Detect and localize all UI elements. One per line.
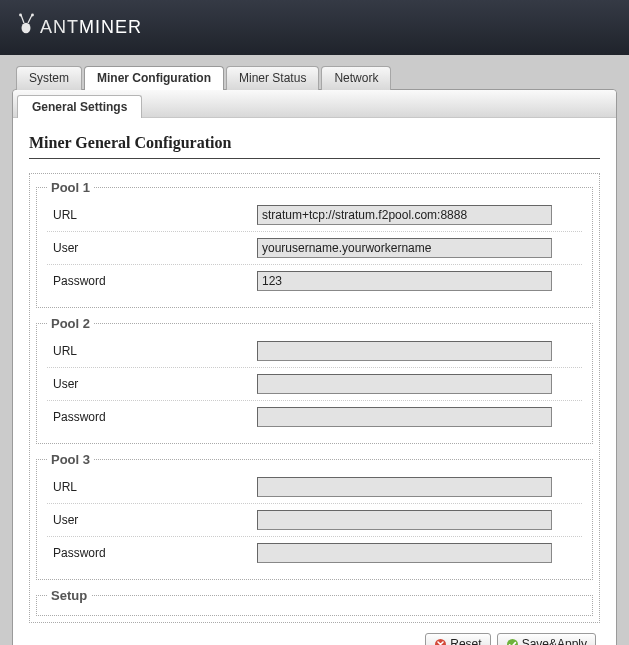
svg-point-0 (19, 13, 22, 16)
svg-point-1 (31, 13, 34, 16)
pool-3-password-row: Password (47, 537, 582, 569)
pool-2-url-label: URL (47, 344, 257, 358)
pool-1-user-input[interactable] (257, 238, 552, 258)
pool-1-user-row: User (47, 232, 582, 265)
pool-3-user-row: User (47, 504, 582, 537)
check-icon (506, 638, 519, 646)
tab-miner-status[interactable]: Miner Status (226, 66, 319, 90)
main-area: System Miner Configuration Miner Status … (0, 55, 629, 645)
pool-2-password-row: Password (47, 401, 582, 433)
pool-3-user-label: User (47, 513, 257, 527)
pool-2-legend: Pool 2 (47, 316, 94, 331)
page-title: Miner General Configuration (29, 134, 600, 159)
pool-3: Pool 3 URL User Password (36, 452, 593, 580)
logo: ANTMINER (16, 13, 142, 43)
pool-2-url-input[interactable] (257, 341, 552, 361)
pool-2-password-label: Password (47, 410, 257, 424)
pool-1-legend: Pool 1 (47, 180, 94, 195)
pool-2-password-input[interactable] (257, 407, 552, 427)
svg-point-4 (507, 639, 518, 646)
pool-2: Pool 2 URL User Password (36, 316, 593, 444)
reset-button[interactable]: Reset (425, 633, 490, 645)
cancel-icon (434, 638, 447, 646)
panel: General Settings Miner General Configura… (12, 89, 617, 645)
pool-1-url-row: URL (47, 199, 582, 232)
tab-system[interactable]: System (16, 66, 82, 90)
pool-1-user-label: User (47, 241, 257, 255)
pool-1-url-input[interactable] (257, 205, 552, 225)
setup-legend: Setup (47, 588, 91, 603)
pool-3-legend: Pool 3 (47, 452, 94, 467)
ant-icon (16, 13, 38, 43)
pool-3-password-input[interactable] (257, 543, 552, 563)
pool-3-url-row: URL (47, 471, 582, 504)
subtab-strip: General Settings (13, 90, 616, 118)
main-tabs: System Miner Configuration Miner Status … (16, 65, 617, 89)
svg-point-2 (22, 22, 31, 32)
pool-3-url-label: URL (47, 480, 257, 494)
reset-label: Reset (450, 637, 481, 645)
save-apply-button[interactable]: Save&Apply (497, 633, 596, 645)
pool-2-user-label: User (47, 377, 257, 391)
pool-1-password-input[interactable] (257, 271, 552, 291)
pool-1-password-row: Password (47, 265, 582, 297)
tab-miner-configuration[interactable]: Miner Configuration (84, 66, 224, 90)
content: Miner General Configuration Pool 1 URL U… (13, 118, 616, 645)
save-apply-label: Save&Apply (522, 637, 587, 645)
pool-1-url-label: URL (47, 208, 257, 222)
subtab-general-settings[interactable]: General Settings (17, 95, 142, 118)
tab-network[interactable]: Network (321, 66, 391, 90)
pool-2-url-row: URL (47, 335, 582, 368)
button-bar: Reset Save&Apply (29, 623, 600, 645)
header: ANTMINER (0, 0, 629, 55)
pool-3-password-label: Password (47, 546, 257, 560)
pool-3-url-input[interactable] (257, 477, 552, 497)
pool-2-user-input[interactable] (257, 374, 552, 394)
pool-3-user-input[interactable] (257, 510, 552, 530)
setup: Setup (36, 588, 593, 616)
pool-1: Pool 1 URL User Password (36, 180, 593, 308)
brand-text: ANTMINER (40, 17, 142, 38)
form-wrapper: Pool 1 URL User Password Pool (29, 173, 600, 623)
pool-1-password-label: Password (47, 274, 257, 288)
pool-2-user-row: User (47, 368, 582, 401)
